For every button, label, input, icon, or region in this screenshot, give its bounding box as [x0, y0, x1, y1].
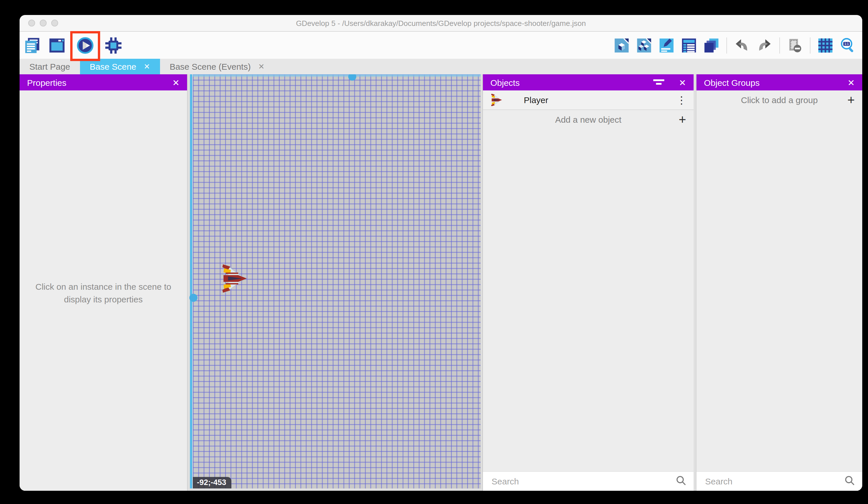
- objects-panel: Objects ✕: [482, 74, 694, 491]
- close-icon[interactable]: ✕: [258, 62, 265, 71]
- objects-group-icon[interactable]: [636, 37, 653, 54]
- add-object-row[interactable]: Add a new object +: [483, 110, 694, 129]
- tab-base-scene-events[interactable]: Base Scene (Events) ✕: [160, 59, 274, 74]
- close-icon[interactable]: ✕: [144, 62, 150, 71]
- properties-panel-header: Properties ✕: [20, 74, 187, 90]
- properties-panel: Properties ✕ Click on an instance in the…: [20, 74, 188, 491]
- groups-search-bar: [696, 471, 862, 491]
- search-icon[interactable]: [676, 475, 686, 487]
- object-groups-panel: Object Groups ✕ Click to add a group +: [696, 74, 862, 491]
- redo-icon[interactable]: [756, 37, 773, 54]
- instances-list-icon[interactable]: [680, 37, 698, 54]
- filter-icon[interactable]: [653, 78, 665, 87]
- close-icon[interactable]: ✕: [172, 78, 179, 87]
- panel-title: Objects: [490, 78, 520, 87]
- tab-label: Base Scene: [90, 62, 136, 71]
- scene-canvas[interactable]: -92;-453: [188, 74, 482, 491]
- toolbar-separator: [810, 37, 810, 53]
- grid-icon[interactable]: [817, 37, 834, 54]
- objects-search-input[interactable]: [490, 476, 676, 487]
- debugger-icon[interactable]: [105, 37, 122, 54]
- object-icon[interactable]: [613, 37, 630, 54]
- svg-text:1:1: 1:1: [844, 42, 849, 45]
- add-group-row[interactable]: Click to add a group +: [696, 90, 862, 109]
- groups-list-empty-area: [696, 109, 862, 471]
- properties-hint: Click on an instance in the scene to dis…: [30, 281, 177, 305]
- tab-label: Start Page: [29, 62, 70, 71]
- play-button-wrapper: [76, 37, 94, 54]
- objects-panel-header: Objects ✕: [483, 74, 694, 90]
- kebab-menu-icon[interactable]: ⋮: [676, 95, 687, 105]
- toolbar-left-group: [20, 37, 122, 54]
- mask-icon[interactable]: [786, 37, 804, 54]
- gdevelop-window: GDevelop 5 - /Users/dkarakay/Documents/G…: [20, 15, 862, 491]
- vertical-scrollbar-thumb[interactable]: [189, 294, 197, 302]
- add-group-label: Click to add a group: [741, 95, 818, 105]
- window-title: GDevelop 5 - /Users/dkarakay/Documents/G…: [296, 19, 586, 27]
- edit-scene-icon[interactable]: [658, 37, 675, 54]
- minimize-window-button[interactable]: [40, 20, 46, 27]
- toolbar-separator: [779, 37, 780, 53]
- layers-icon[interactable]: [703, 37, 720, 54]
- search-icon[interactable]: [844, 475, 855, 487]
- panel-divider: [694, 74, 696, 491]
- add-object-label: Add a new object: [555, 115, 621, 124]
- tab-start-page[interactable]: Start Page: [20, 59, 80, 74]
- panel-title: Properties: [27, 78, 66, 87]
- object-groups-panel-header: Object Groups ✕: [696, 74, 862, 90]
- panel-title: Object Groups: [704, 78, 760, 87]
- objects-list-empty-area: [483, 129, 694, 471]
- groups-search-input[interactable]: [704, 476, 844, 487]
- objects-search-bar: [483, 471, 694, 491]
- horizontal-scrollbar[interactable]: [193, 74, 480, 77]
- plus-icon[interactable]: +: [679, 113, 686, 126]
- zoom-1-1-icon[interactable]: 1:1: [839, 37, 857, 54]
- editor-tabs: Start Page Base Scene ✕ Base Scene (Even…: [20, 59, 862, 74]
- tab-base-scene[interactable]: Base Scene ✕: [80, 59, 160, 74]
- close-window-button[interactable]: [28, 20, 35, 27]
- close-icon[interactable]: ✕: [848, 78, 855, 87]
- toolbar-right-group: 1:1: [613, 37, 862, 54]
- close-icon[interactable]: ✕: [679, 78, 686, 87]
- undo-icon[interactable]: [733, 37, 751, 54]
- toolbar-separator: [726, 37, 727, 53]
- main-toolbar: 1:1: [20, 32, 862, 59]
- player-instance[interactable]: [221, 261, 247, 296]
- plus-icon[interactable]: +: [847, 94, 855, 106]
- maximize-window-button[interactable]: [51, 20, 58, 27]
- editor-content: Properties ✕ Click on an instance in the…: [20, 74, 862, 491]
- object-name: Player: [524, 95, 548, 105]
- project-manager-icon[interactable]: [24, 37, 41, 54]
- desktop-background: GDevelop 5 - /Users/dkarakay/Documents/G…: [0, 0, 868, 504]
- tab-label: Base Scene (Events): [169, 62, 251, 71]
- object-row-player[interactable]: Player ⋮: [483, 90, 694, 110]
- highlight-rectangle: [70, 31, 100, 61]
- title-bar: GDevelop 5 - /Users/dkarakay/Documents/G…: [20, 15, 862, 32]
- vertical-scrollbar[interactable]: [190, 74, 192, 488]
- traffic-lights: [28, 20, 58, 27]
- cursor-coordinates: -92;-453: [193, 477, 231, 488]
- player-thumbnail-icon: [490, 92, 503, 108]
- scene-editor-icon[interactable]: [48, 37, 66, 54]
